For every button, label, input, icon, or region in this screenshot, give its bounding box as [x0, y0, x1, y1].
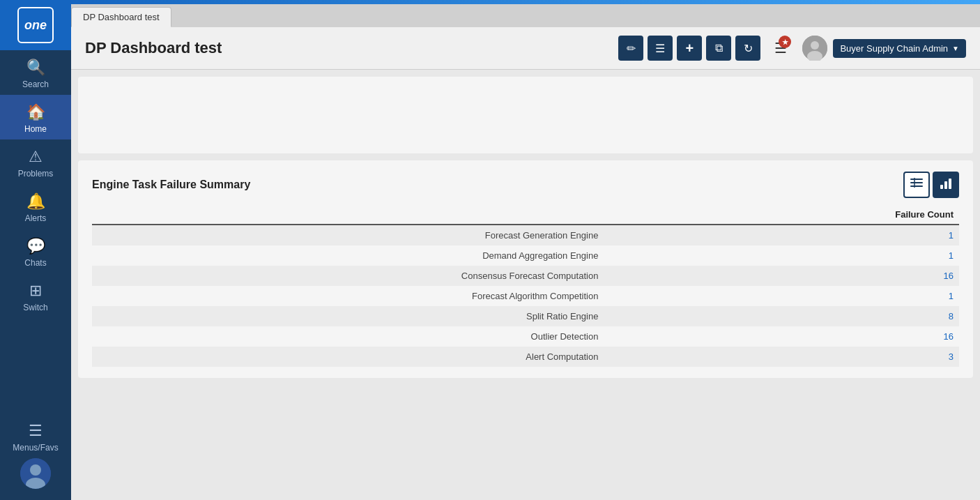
- user-dropdown-button[interactable]: Buyer Supply Chain Admin ▼: [833, 39, 966, 58]
- tab-dp-dashboard[interactable]: DP Dashboard test: [71, 7, 171, 27]
- engine-cell: Forecast Algorithm Competition: [92, 286, 612, 306]
- user-avatar: [802, 36, 827, 61]
- sidebar-bottom: ☰ Menus/Favs: [0, 414, 71, 500]
- count-cell: 16: [612, 326, 959, 347]
- count-cell: 8: [612, 306, 959, 326]
- table-row: Consensus Forecast Computation 16: [92, 266, 959, 286]
- main-content: DP Dashboard test DP Dashboard test ✏ ☰ …: [71, 0, 980, 500]
- content-area: Engine Task Failure Summary: [71, 70, 980, 500]
- logo-box: one: [17, 7, 54, 43]
- home-icon: 🏠: [26, 103, 45, 121]
- page-header: DP Dashboard test ✏ ☰ + ⧉ ↻ ☰ ★: [71, 27, 980, 70]
- sidebar: one 🔍 Search 🏠 Home ⚠ Problems 🔔 Alerts …: [0, 0, 71, 500]
- alerts-icon: 🔔: [26, 192, 45, 211]
- engine-cell: Outlier Detection: [92, 326, 612, 347]
- notification-badge: ★: [779, 36, 791, 48]
- copy-button[interactable]: ⧉: [706, 36, 731, 61]
- svg-rect-6: [910, 179, 923, 180]
- app-logo[interactable]: one: [0, 0, 71, 50]
- menu-icon-wrap: ☰ ★: [774, 40, 787, 56]
- sidebar-item-label: Home: [24, 124, 47, 134]
- user-avatar-sidebar[interactable]: [20, 458, 51, 489]
- add-icon: +: [686, 40, 694, 56]
- chats-icon: 💬: [26, 237, 45, 255]
- empty-panel: [78, 77, 973, 153]
- count-cell: 3: [612, 347, 959, 367]
- sidebar-item-problems[interactable]: ⚠ Problems: [0, 139, 71, 184]
- failure-summary-table: Failure Count Forecast Generation Engine…: [92, 205, 959, 367]
- sidebar-item-label: Chats: [24, 258, 46, 268]
- table-view-icon: [910, 176, 924, 194]
- edit-button[interactable]: ✏: [618, 36, 643, 61]
- svg-rect-7: [910, 182, 923, 183]
- table-row: Forecast Algorithm Competition 1: [92, 286, 959, 306]
- table-row: Demand Aggregation Engine 1: [92, 245, 959, 266]
- table-row: Outlier Detection 16: [92, 326, 959, 347]
- engine-cell: Forecast Generation Engine: [92, 225, 612, 245]
- list-icon: ☰: [655, 42, 665, 55]
- engine-cell: Consensus Forecast Computation: [92, 266, 612, 286]
- table-row: Alert Computation 3: [92, 347, 959, 367]
- refresh-icon: ↻: [744, 42, 753, 55]
- sidebar-item-label: Search: [22, 79, 49, 89]
- engine-cell: Alert Computation: [92, 347, 612, 367]
- add-button[interactable]: +: [677, 36, 702, 61]
- svg-rect-8: [910, 185, 923, 187]
- search-icon: 🔍: [26, 59, 45, 77]
- user-name: Buyer Supply Chain Admin: [840, 43, 948, 54]
- svg-point-4: [811, 41, 819, 50]
- table-view-button[interactable]: [903, 172, 930, 198]
- col-header-engine: [92, 205, 612, 225]
- panel-header: Engine Task Failure Summary: [92, 172, 959, 198]
- tab-bar: DP Dashboard test: [71, 4, 980, 27]
- sidebar-item-alerts[interactable]: 🔔 Alerts: [0, 184, 71, 229]
- edit-icon: ✏: [627, 42, 636, 55]
- table-row: Forecast Generation Engine 1: [92, 225, 959, 245]
- count-cell: 1: [612, 245, 959, 266]
- sidebar-item-label: Menus/Favs: [13, 443, 58, 453]
- chart-view-button[interactable]: [933, 172, 959, 198]
- summary-panel: Engine Task Failure Summary: [78, 160, 973, 378]
- header-actions: ✏ ☰ + ⧉ ↻: [618, 36, 760, 61]
- panel-title: Engine Task Failure Summary: [92, 179, 250, 191]
- page-title: DP Dashboard test: [85, 39, 611, 57]
- switch-icon: ⊞: [29, 282, 42, 300]
- problems-icon: ⚠: [29, 148, 43, 166]
- engine-cell: Demand Aggregation Engine: [92, 245, 612, 266]
- sidebar-item-menus[interactable]: ☰ Menus/Favs: [0, 414, 71, 458]
- table-row: Split Ratio Engine 8: [92, 306, 959, 326]
- chart-view-icon: [939, 176, 953, 194]
- engine-cell: Split Ratio Engine: [92, 306, 612, 326]
- count-cell: 16: [612, 266, 959, 286]
- sidebar-item-chats[interactable]: 💬 Chats: [0, 229, 71, 273]
- svg-rect-10: [940, 185, 943, 189]
- sidebar-item-home[interactable]: 🏠 Home: [0, 95, 71, 139]
- copy-icon: ⧉: [715, 42, 723, 54]
- logo-text: one: [24, 18, 47, 33]
- svg-rect-11: [944, 181, 947, 189]
- count-cell: 1: [612, 286, 959, 306]
- menus-icon: ☰: [29, 422, 43, 440]
- tab-label: DP Dashboard test: [83, 12, 160, 22]
- col-header-count: Failure Count: [612, 205, 959, 225]
- svg-rect-12: [949, 179, 951, 189]
- view-buttons: [903, 172, 959, 198]
- sidebar-item-label: Problems: [18, 169, 54, 179]
- sidebar-item-label: Switch: [23, 303, 47, 312]
- user-section: Buyer Supply Chain Admin ▼: [802, 36, 966, 61]
- table-body: Forecast Generation Engine 1 Demand Aggr…: [92, 225, 959, 367]
- list-button[interactable]: ☰: [648, 36, 673, 61]
- sidebar-item-search[interactable]: 🔍 Search: [0, 50, 71, 95]
- dropdown-arrow-icon: ▼: [952, 45, 959, 52]
- sidebar-item-switch[interactable]: ⊞ Switch: [0, 273, 71, 318]
- refresh-button[interactable]: ↻: [735, 36, 760, 61]
- count-cell: 1: [612, 225, 959, 245]
- sidebar-item-label: Alerts: [25, 213, 47, 223]
- svg-point-1: [30, 464, 41, 476]
